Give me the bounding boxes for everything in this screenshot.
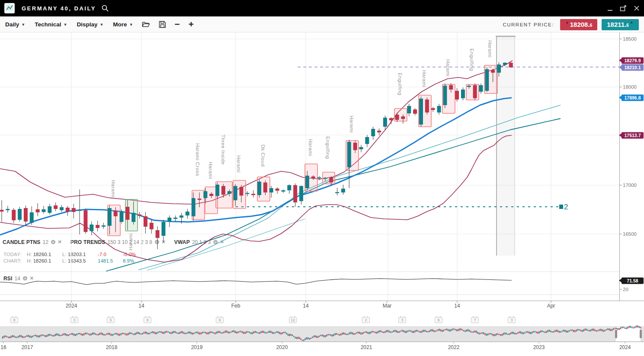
trend-line-short [147, 219, 305, 270]
candle [161, 220, 165, 242]
candle [138, 212, 141, 218]
menu-more[interactable]: More▼ [113, 21, 133, 28]
candle [102, 223, 106, 229]
candle [293, 183, 297, 207]
candle [365, 135, 369, 147]
candle [317, 176, 321, 180]
navigator-handle[interactable] [615, 330, 617, 338]
candle [60, 205, 64, 212]
candle [156, 226, 160, 249]
candle [347, 140, 351, 188]
candle [83, 208, 87, 234]
candle [281, 189, 285, 193]
candle [389, 117, 393, 124]
candle [287, 184, 291, 194]
chevron-down-icon: ▼ [99, 22, 103, 27]
arrow-down-icon: ▼ [565, 21, 569, 25]
candle [251, 190, 255, 198]
candle [96, 221, 99, 231]
candle [299, 186, 303, 205]
rsi-line [0, 279, 512, 285]
candle [437, 104, 441, 115]
open-folder-icon[interactable] [142, 21, 150, 28]
vwap-line-label: 2 [564, 203, 568, 211]
titlebar: GERMANY 40, DAILY [0, 0, 644, 16]
toolbar: Daily▼ Technical▼ Display▼ More▼ − + CUR… [0, 16, 644, 32]
candle [509, 62, 513, 68]
candle [18, 207, 22, 221]
price-chart-canvas[interactable]: 2 [0, 0, 644, 356]
candle [377, 128, 381, 135]
minimize-button[interactable] [607, 6, 613, 11]
candle [66, 206, 70, 216]
buy-price-button[interactable]: 18211.6▲ [602, 19, 639, 30]
instrument-title: GERMANY 40, DAILY [22, 5, 96, 12]
candle [144, 212, 147, 234]
candle [36, 203, 40, 216]
candle [257, 180, 261, 198]
candle [419, 96, 423, 127]
chevron-down-icon: ▼ [21, 22, 25, 27]
candle [413, 108, 417, 115]
candle [335, 188, 339, 196]
current-price-label: CURRENT PRICE: [503, 22, 554, 27]
zoom-in-button[interactable]: + [189, 20, 194, 29]
candle [42, 206, 45, 214]
candle [371, 127, 375, 140]
candle [383, 115, 387, 130]
bollinger-upper-band [0, 61, 513, 204]
candle [150, 219, 154, 234]
close-button[interactable] [634, 5, 640, 11]
candle [6, 206, 10, 213]
zoom-out-button[interactable]: − [175, 20, 180, 29]
menu-timeframe[interactable]: Daily▼ [5, 21, 25, 28]
popout-button[interactable] [620, 5, 627, 12]
candle [425, 97, 429, 115]
candle [485, 67, 489, 92]
app-logo-icon [4, 3, 15, 13]
candle [479, 83, 483, 94]
candle [443, 83, 447, 108]
candle [24, 205, 28, 226]
candle [167, 215, 171, 227]
candle [186, 209, 189, 219]
candle [12, 208, 16, 223]
candle [0, 200, 4, 222]
candle [276, 187, 279, 194]
candle [473, 83, 477, 100]
menu-display[interactable]: Display▼ [77, 21, 103, 28]
chevron-down-icon: ▼ [129, 22, 133, 27]
menu-technical[interactable]: Technical▼ [35, 21, 67, 28]
candle [407, 104, 411, 116]
save-icon[interactable] [159, 21, 166, 28]
candle [341, 185, 345, 195]
candle [90, 221, 93, 235]
candle [48, 204, 51, 215]
search-icon[interactable] [101, 4, 109, 12]
candle [455, 88, 459, 102]
moving-average-line [0, 98, 512, 235]
sell-price-button[interactable]: ▼18208.6 [560, 19, 597, 30]
app-window: 2 HaramiHaramiHarami CrossHaramiThree In… [0, 0, 644, 356]
candle [359, 145, 363, 152]
candle [461, 87, 465, 100]
arrow-up-icon: ▲ [630, 20, 634, 24]
trend-line-dark [106, 119, 561, 271]
candle [30, 206, 34, 225]
navigator-handle[interactable] [640, 330, 642, 338]
candle [431, 107, 435, 112]
chevron-down-icon: ▼ [63, 22, 67, 27]
candle [54, 202, 58, 211]
candle [173, 215, 177, 221]
candle [78, 189, 82, 234]
bollinger-lower-band [0, 135, 512, 262]
candle [72, 204, 76, 218]
